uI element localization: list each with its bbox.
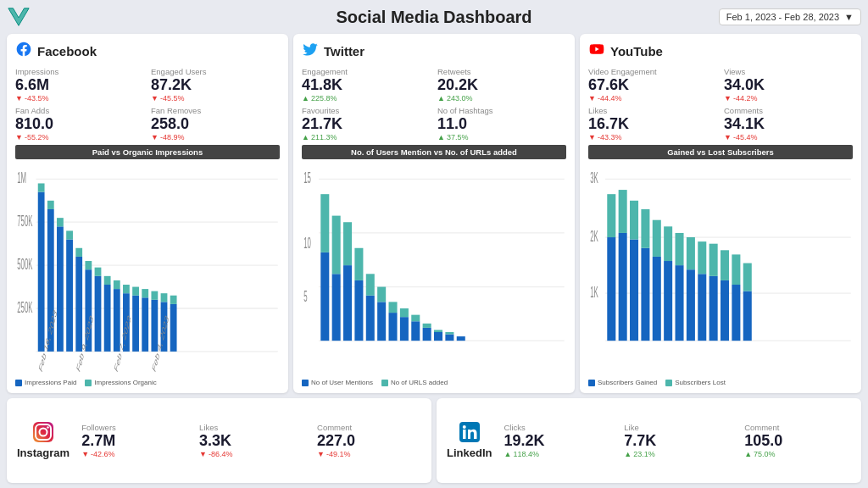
svg-rect-33: [142, 289, 148, 297]
svg-rect-66: [400, 308, 409, 317]
svg-rect-83: [607, 237, 615, 341]
instagram-followers-change: ▼ -42.6%: [81, 450, 186, 458]
twitter-chart-section: No. of Users Mention vs No. of URLs adde…: [302, 145, 566, 386]
twitter-header: Twitter: [302, 41, 566, 62]
svg-rect-62: [377, 286, 386, 302]
legend-dot-paid: [15, 380, 22, 386]
youtube-legend: Subscribers Gained Subscribers Lost: [588, 379, 853, 386]
svg-rect-23: [95, 267, 102, 275]
instagram-comment-change: ▼ -49.1%: [317, 450, 421, 458]
youtube-chart-svg: 3K 2K 1K: [588, 162, 853, 377]
youtube-likes: Likes 16.7K ▼ -43.3%: [588, 106, 717, 141]
svg-rect-38: [170, 304, 177, 352]
youtube-comments-label: Comments: [724, 106, 853, 115]
facebook-metrics-row1: Impressions 6.6M ▼ -43.5% Engaged Users …: [15, 67, 280, 103]
youtube-views-label: Views: [724, 67, 853, 76]
svg-rect-108: [743, 263, 752, 291]
svg-rect-10: [38, 191, 45, 351]
linkedin-card: LinkedIn Clicks 19.2K ▲ 118.4% Like 7.7K…: [437, 398, 861, 483]
facebook-icon: [15, 41, 32, 62]
linkedin-metrics: Clicks 19.2K ▲ 118.4% Like 7.7K ▲ 23.1% …: [504, 423, 851, 458]
youtube-chart-area: 3K 2K 1K: [588, 162, 853, 377]
youtube-comments: Comments 34.1K ▼ -45.4%: [724, 106, 853, 141]
legend-item-paid: Impressions Paid: [15, 379, 76, 386]
twitter-retweets: Retweets 20.2K ▲ 243.0%: [437, 67, 566, 103]
instagram-likes-label: Likes: [199, 423, 303, 432]
svg-rect-69: [423, 327, 431, 340]
youtube-likes-label: Likes: [588, 106, 717, 115]
svg-rect-92: [653, 219, 661, 256]
bottom-grid: Instagram Followers 2.7M ▼ -42.6% Likes …: [7, 398, 861, 483]
legend-dot-urls: [381, 380, 388, 386]
legend-label-urls: No of URLS added: [391, 379, 448, 386]
app-logo: [7, 5, 31, 29]
legend-dot-organic: [85, 380, 92, 386]
instagram-comment: Comment 227.0 ▼ -49.1%: [317, 423, 421, 458]
facebook-fan-adds: Fan Adds 810.0 ▼ -55.2%: [15, 106, 144, 141]
instagram-followers-label: Followers: [81, 423, 186, 432]
svg-rect-86: [619, 190, 627, 233]
svg-rect-106: [732, 254, 740, 285]
svg-rect-68: [411, 314, 420, 321]
linkedin-header-col: LinkedIn: [447, 422, 492, 459]
linkedin-title: LinkedIn: [447, 446, 492, 459]
svg-text:750K: 750K: [17, 213, 32, 229]
legend-item-gained: Subscribers Gained: [588, 379, 657, 386]
instagram-card: Instagram Followers 2.7M ▼ -42.6% Likes …: [7, 398, 431, 483]
facebook-legend: Impressions Paid Impressions Organic: [15, 379, 280, 386]
instagram-header-col: Instagram: [17, 422, 70, 459]
legend-item-urls: No of URLS added: [381, 379, 448, 386]
legend-dot-lost: [665, 380, 672, 386]
legend-item-mentions: No of User Mentions: [302, 379, 373, 386]
youtube-comments-value: 34.1K: [724, 116, 853, 133]
svg-rect-37: [161, 293, 168, 302]
twitter-favourites-label: Favourites: [302, 106, 431, 115]
svg-rect-30: [132, 295, 139, 351]
svg-rect-98: [687, 237, 695, 269]
facebook-card: Facebook Impressions 6.6M ▼ -43.5% Engag…: [7, 34, 288, 393]
date-range-label: Feb 1, 2023 - Feb 28, 2023: [726, 12, 839, 22]
youtube-views-change: ▼ -44.2%: [724, 94, 853, 103]
svg-text:10: 10: [303, 235, 311, 251]
youtube-metrics-row2: Likes 16.7K ▼ -43.3% Comments 34.1K ▼ -4…: [588, 106, 853, 141]
facebook-metrics-row2: Fan Adds 810.0 ▼ -55.2% Fan Removes 258.…: [15, 106, 280, 141]
svg-rect-57: [354, 280, 363, 341]
svg-rect-21: [85, 261, 92, 269]
twitter-retweets-change: ▲ 243.0%: [437, 94, 566, 103]
facebook-header: Facebook: [15, 41, 280, 62]
twitter-favourites: Favourites 21.7K ▲ 211.3%: [302, 106, 431, 141]
twitter-hashtags-label: No of Hashtags: [437, 106, 566, 115]
facebook-impressions-label: Impressions: [15, 67, 144, 76]
chevron-down-icon: ▼: [844, 12, 854, 22]
svg-rect-89: [641, 247, 649, 340]
instagram-comment-value: 227.0: [317, 433, 421, 450]
youtube-video-engagement-change: ▼ -44.4%: [588, 94, 717, 103]
svg-text:5: 5: [303, 288, 308, 304]
twitter-engagement-change: ▲ 225.8%: [302, 94, 431, 103]
twitter-hashtags-change: ▲ 37.5%: [437, 133, 566, 141]
twitter-metrics-row2: Favourites 21.7K ▲ 211.3% No of Hashtags…: [302, 106, 566, 141]
date-range-picker[interactable]: Feb 1, 2023 - Feb 28, 2023 ▼: [719, 8, 861, 25]
svg-rect-11: [38, 183, 45, 191]
svg-rect-88: [630, 200, 638, 239]
svg-rect-14: [57, 226, 64, 352]
svg-rect-93: [664, 261, 672, 341]
svg-text:1M: 1M: [17, 169, 26, 186]
youtube-icon: [588, 41, 605, 62]
youtube-likes-value: 16.7K: [588, 116, 717, 133]
facebook-fan-adds-label: Fan Adds: [15, 106, 144, 115]
linkedin-comment: Comment 105.0 ▲ 75.0%: [744, 423, 851, 458]
linkedin-clicks-change: ▲ 118.4%: [504, 450, 610, 458]
twitter-retweets-label: Retweets: [437, 67, 566, 76]
legend-item-organic: Impressions Organic: [85, 379, 156, 386]
twitter-legend: No of User Mentions No of URLS added: [302, 379, 566, 386]
svg-rect-65: [400, 317, 409, 341]
facebook-fan-removes-label: Fan Removes: [151, 106, 280, 115]
youtube-video-engagement: Video Engagement 67.6K ▼ -44.4%: [588, 67, 717, 103]
facebook-chart-area: 1M 750K 500K 250K: [15, 162, 280, 377]
linkedin-comment-label: Comment: [744, 423, 851, 432]
twitter-metrics-row1: Engagement 41.8K ▲ 225.8% Retweets 20.2K…: [302, 67, 566, 103]
svg-rect-56: [343, 222, 352, 265]
instagram-metrics: Followers 2.7M ▼ -42.6% Likes 3.3K ▼ -86…: [81, 423, 421, 458]
svg-rect-35: [151, 291, 158, 299]
